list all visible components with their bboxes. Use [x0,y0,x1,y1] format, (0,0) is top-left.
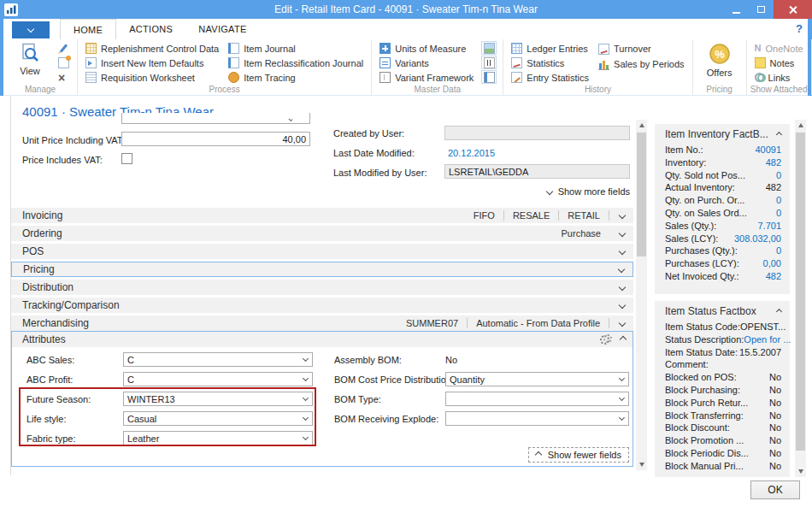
scroll-down-button[interactable] [795,466,806,477]
factbox-row: Block Purchasing:No [655,384,790,397]
minimize-button[interactable] [724,0,749,19]
factbox-row: Purchases (Qty.):0 [655,245,790,257]
fasttab-merchandising[interactable]: Merchandising SUMMER07 Automatic - From … [11,315,633,331]
delete-button[interactable]: × [56,70,71,85]
last-modified-by-input: LSRETAIL\GEDDA [444,164,630,179]
bom-cost-price-distribution-select[interactable]: Quantity [445,372,629,386]
factbox-scrollbar[interactable] [795,120,806,477]
chevron-up-icon[interactable] [620,336,627,343]
factbox-value-link[interactable]: 0,00 [763,257,781,270]
variants-button[interactable]: Variants [378,56,475,70]
scrollbar-thumb[interactable] [796,133,805,451]
fasttab-ordering[interactable]: Ordering Purchase [11,226,633,241]
application-menu-button[interactable] [12,21,50,38]
factbox-value-link[interactable]: 482 [766,270,781,283]
factbox-value-link[interactable]: Open for ... [744,333,791,346]
customize-gears-icon[interactable] [600,334,612,345]
factbox-value-link[interactable]: 0 [776,207,781,220]
variant-framework-button[interactable]: Variant Framework [378,70,475,85]
item-status-factbox-header[interactable]: Item Status Factbox [655,301,790,321]
links-button[interactable]: Links [753,70,805,85]
abc-sales-select[interactable]: C [123,352,313,367]
notes-button[interactable]: Notes [753,56,805,70]
fasttab-preview: SUMMER07 [397,318,467,328]
scroll-down-button[interactable] [636,459,647,470]
abc-profit-select[interactable]: C [123,372,313,386]
ribbon-tab-row: HOME ACTIONS NAVIGATE ? [3,19,808,39]
help-icon[interactable]: ? [796,22,803,35]
factbox-value-link[interactable]: 0 [776,194,781,207]
show-more-fields-button[interactable]: Show more fields [513,186,630,197]
life-style-label: Life style: [26,414,123,424]
tab-home[interactable]: HOME [60,19,116,39]
factbox-row: Sales (Qty.):7.701 [655,220,790,233]
bom-receiving-explode-select[interactable] [445,411,629,426]
ok-button[interactable]: OK [750,480,800,499]
scroll-up-button[interactable] [636,120,647,131]
new-button[interactable] [56,56,71,70]
barcodes-button[interactable] [481,56,497,69]
scrollbar-thumb[interactable] [637,133,646,256]
entry-statistics-button[interactable]: Entry Statistics [509,70,591,85]
chevron-down-icon [545,188,552,195]
fasttab-pricing[interactable]: Pricing [11,262,633,277]
chevron-down-icon [303,415,309,421]
assembly-bom-value[interactable]: No [445,355,457,365]
factbox-value: No [769,434,781,447]
barcode-icon [484,57,495,68]
close-button[interactable] [774,0,812,19]
factbox-value-link[interactable]: 308.032,00 [734,233,781,245]
fabric-type-select[interactable]: Leather [123,431,313,445]
item-reclassification-journal-button[interactable]: Item Reclassification Journal [227,56,365,70]
life-style-select[interactable]: Casual [123,411,313,426]
fasttab-distribution[interactable]: Distribution [11,280,633,295]
factbox-value-link[interactable]: 482 [766,156,781,169]
window-title: Edit - Retail Item Card - 40091 · Sweate… [0,3,812,15]
bar-chart-icon [598,59,609,70]
units-of-measure-button[interactable]: Units of Measure [378,41,475,56]
item-journal-button[interactable]: Item Journal [227,41,365,56]
links-icon [755,73,764,82]
tab-navigate[interactable]: NAVIGATE [185,19,259,39]
app-window: Edit - Retail Item Card - 40091 · Sweate… [0,0,812,507]
fasttab-tracking-comparison[interactable]: Tracking/Comparison [11,298,633,313]
main-scrollbar[interactable] [636,120,647,470]
tab-actions[interactable]: ACTIONS [116,19,185,39]
show-fewer-fields-button[interactable]: Show fewer fields [528,447,629,463]
references-button[interactable] [481,70,497,84]
factbox-value-link[interactable]: 0 [776,245,781,257]
triangle-down-icon [798,469,803,474]
replenishment-control-data-button[interactable]: Replenishment Control Data [84,41,221,56]
turnover-button[interactable]: Turnover [597,41,686,56]
factbox-value-link[interactable]: 0 [776,169,781,182]
statistics-button[interactable]: Statistics [509,56,591,70]
fasttab-invoicing[interactable]: Invoicing FIFO RESALE RETAIL [11,208,633,223]
maximize-button[interactable] [749,0,774,19]
requisition-worksheet-button[interactable]: Requisition Worksheet [84,70,221,85]
unit-price-input[interactable]: 40,00 [121,132,310,146]
ledger-entries-button[interactable]: Ledger Entries [509,41,591,56]
last-date-modified-value[interactable]: 20.12.2015 [448,148,495,158]
insert-new-item-defaults-button[interactable]: Insert New Item Defaults [84,56,221,70]
factbox-row: Block Purch Retur...No [655,397,790,410]
offers-button[interactable]: % Offers [699,41,740,85]
price-includes-vat-checkbox[interactable] [121,153,132,164]
future-season-label: Future Season: [26,394,123,404]
bom-type-select[interactable] [445,392,629,406]
fasttab-pos[interactable]: POS [11,244,633,259]
statistics-icon [511,57,522,68]
view-button[interactable]: View [9,41,50,85]
future-season-select[interactable]: WINTER13 [123,392,313,406]
item-tracing-button[interactable]: Item Tracing [227,70,365,85]
clipped-field-above[interactable] [121,113,310,124]
fasttab-attributes-header[interactable]: Attributes [12,332,633,347]
factbox-value-link[interactable]: 7.701 [757,220,781,233]
app-icon [4,3,18,16]
chevron-down-icon [619,415,625,421]
sales-by-periods-button[interactable]: Sales by Periods [597,56,686,72]
edit-button[interactable] [56,41,71,56]
scroll-up-button[interactable] [795,120,806,131]
factbox-value-link[interactable]: 40091 [755,144,781,156]
picture-button[interactable] [481,41,497,55]
item-inventory-factbox-header[interactable]: Item Inventory FactB... [655,124,790,144]
